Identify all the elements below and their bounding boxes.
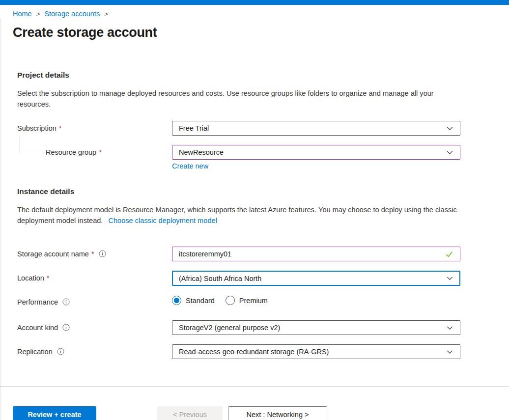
breadcrumb-home-link[interactable]: Home (13, 10, 32, 18)
performance-radio-group: Standard Premium (172, 296, 268, 305)
radio-unselected-icon (226, 296, 235, 305)
next-networking-button[interactable]: Next : Networking > (228, 406, 327, 420)
chevron-right-icon: > (36, 10, 40, 18)
replication-row: Replication Read-access geo-redundant st… (17, 344, 492, 360)
resource-group-row: Resource group* NewResource (17, 145, 492, 161)
performance-premium-radio[interactable]: Premium (226, 296, 268, 305)
chevron-down-icon (446, 275, 453, 282)
project-details-description: Select the subscription to manage deploy… (17, 88, 462, 110)
create-new-link[interactable]: Create new (172, 162, 208, 170)
subscription-value: Free Trial (179, 124, 209, 132)
info-icon[interactable] (62, 324, 70, 331)
account-kind-dropdown[interactable]: StorageV2 (general purpose v2) (172, 320, 460, 335)
page-title: Create storage account (13, 25, 157, 40)
instance-details-description: The default deployment model is Resource… (17, 204, 462, 226)
replication-dropdown[interactable]: Read-access geo-redundant storage (RA-GR… (172, 344, 460, 359)
storage-account-name-value: itcstoreremmy01 (179, 250, 231, 258)
left-edge-divider (0, 19, 0, 420)
performance-standard-radio[interactable]: Standard (172, 296, 215, 305)
performance-label: Performance (17, 298, 70, 306)
location-row: Location* (Africa) South Africa North (17, 271, 492, 286)
breadcrumb-storage-accounts-link[interactable]: Storage accounts (44, 10, 100, 18)
chevron-down-icon (446, 348, 453, 356)
location-value: (Africa) South Africa North (179, 275, 261, 282)
previous-button[interactable]: < Previous (157, 406, 223, 420)
account-kind-row: Account kind StorageV2 (general purpose … (17, 320, 492, 336)
chevron-down-icon (446, 324, 453, 332)
chevron-down-icon (446, 149, 453, 156)
info-icon[interactable] (57, 348, 64, 355)
review-create-button[interactable]: Review + create (13, 406, 96, 420)
footer-divider (0, 387, 509, 387)
replication-value: Read-access geo-redundant storage (RA-GR… (179, 348, 329, 356)
required-asterisk: * (47, 274, 50, 282)
location-dropdown[interactable]: (Africa) South Africa North (172, 271, 460, 286)
resource-group-dropdown[interactable]: NewResource (172, 145, 460, 160)
account-kind-label: Account kind (17, 324, 70, 332)
required-asterisk: * (99, 148, 102, 156)
location-label: Location* (17, 274, 49, 282)
storage-account-name-label: Storage account name* (17, 250, 106, 258)
chevron-down-icon (446, 125, 453, 132)
instance-details-heading: Instance details (17, 187, 74, 196)
info-icon[interactable] (99, 250, 106, 257)
required-asterisk: * (91, 250, 94, 258)
storage-account-name-input[interactable]: itcstoreremmy01 (172, 247, 460, 261)
choose-classic-deployment-link[interactable]: Choose classic deployment model (108, 217, 217, 224)
project-details-heading: Project details (17, 71, 69, 80)
subscription-row: Subscription* Free Trial (17, 121, 492, 137)
subscription-dropdown[interactable]: Free Trial (172, 121, 460, 136)
resource-group-label: Resource group* (46, 148, 102, 156)
info-icon[interactable] (62, 298, 70, 306)
resource-group-value: NewResource (179, 148, 224, 156)
chevron-right-icon: > (104, 10, 108, 18)
account-kind-value: StorageV2 (general purpose v2) (179, 324, 280, 332)
radio-option-label: Premium (239, 297, 268, 305)
breadcrumb: Home > Storage accounts > (13, 10, 108, 18)
radio-selected-icon (172, 296, 181, 305)
top-accent-bar (0, 0, 509, 5)
storage-account-name-row: Storage account name* itcstoreremmy01 (17, 247, 492, 262)
performance-row: Performance Standard Premium (17, 295, 492, 310)
replication-label: Replication (17, 348, 64, 356)
radio-option-label: Standard (186, 297, 215, 305)
subscription-label: Subscription* (17, 124, 61, 132)
required-asterisk: * (59, 124, 62, 132)
valid-checkmark-icon (445, 250, 453, 258)
